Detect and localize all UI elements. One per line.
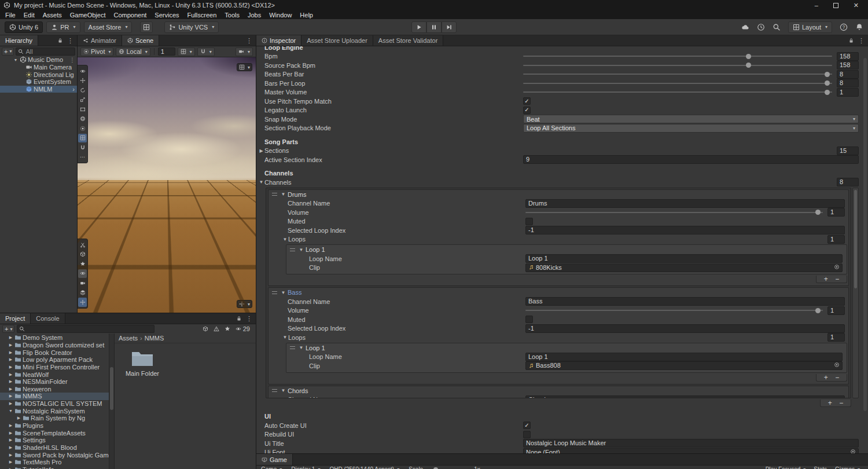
- loop-header[interactable]: ▼Loop 1: [286, 245, 845, 254]
- channels-scrollbar[interactable]: [852, 188, 859, 398]
- slider-thumb[interactable]: [815, 308, 821, 313]
- unity-version-badge[interactable]: Unity 6: [5, 21, 43, 33]
- hierarchy-item-directional-lig[interactable]: Directional Lig: [0, 71, 77, 78]
- handle-rotation-dropdown[interactable]: Local▾: [116, 47, 150, 56]
- loop-header[interactable]: ▼Loop 1: [286, 343, 845, 353]
- channel-header[interactable]: ▼Bass: [269, 288, 848, 297]
- search-icon[interactable]: [773, 23, 781, 31]
- foldout-arrow[interactable]: ▼: [280, 290, 286, 295]
- value-field[interactable]: 1: [827, 306, 845, 315]
- menu-services[interactable]: Services: [150, 12, 183, 19]
- overlay-eye-button[interactable]: [78, 269, 87, 279]
- foldout-arrow[interactable]: ▶: [8, 394, 13, 398]
- project-folder-plugins[interactable]: ▶Plugins: [0, 422, 109, 430]
- value-field[interactable]: 158: [837, 52, 859, 61]
- remove-element-button[interactable]: −: [839, 400, 843, 406]
- project-folder-nostalgic-rainsystem[interactable]: ▼Nostalgic RainSystem: [0, 407, 109, 415]
- value-field[interactable]: 8: [837, 79, 859, 87]
- project-search-input[interactable]: [17, 325, 155, 333]
- foldout-arrow[interactable]: ▶: [8, 357, 13, 362]
- project-folder-nmms[interactable]: ▶NMMS: [0, 393, 109, 400]
- dropdown-section-playback-mode[interactable]: Loop All Sections▾: [523, 124, 859, 133]
- field-loop-name[interactable]: Loop 1: [525, 353, 843, 361]
- help-icon[interactable]: ?: [840, 23, 848, 31]
- maximize-button[interactable]: [833, 3, 838, 8]
- drag-handle-icon[interactable]: [290, 248, 295, 251]
- slider-bars-per-loop[interactable]: [523, 83, 832, 84]
- project-folder-rain-system-by-ng[interactable]: ▶Rain System by Ng: [0, 415, 109, 422]
- channel-header[interactable]: ▼Chords: [269, 386, 848, 395]
- field-channel-name[interactable]: Drums: [525, 199, 845, 208]
- overlay-layers-button[interactable]: [78, 288, 87, 298]
- pause-button[interactable]: [426, 21, 442, 33]
- menu-tools[interactable]: Tools: [220, 12, 244, 19]
- foldout-arrow[interactable]: ▼: [298, 247, 304, 252]
- slider-source-pack-bpm[interactable]: [523, 65, 832, 66]
- foldout-arrow[interactable]: ▶: [8, 453, 13, 457]
- tool-pivot-button[interactable]: [78, 124, 87, 133]
- menu-window[interactable]: Window: [265, 12, 296, 19]
- project-folder-flip-book-creator[interactable]: ▶Flip Book Creator: [0, 349, 109, 356]
- project-folder-settings[interactable]: ▶Settings: [0, 437, 109, 444]
- foldout-arrow[interactable]: ▶: [8, 431, 13, 435]
- project-folder-nesmainfolder[interactable]: ▶NESMainFolder: [0, 378, 109, 386]
- clip-objectfield[interactable]: 808Kicks: [525, 263, 843, 272]
- field-active-section-index[interactable]: 9: [523, 155, 859, 164]
- panel-menu-icon[interactable]: ⋮: [65, 37, 75, 45]
- notifications-bell-icon[interactable]: [855, 23, 863, 31]
- project-folder-textmesh-pro[interactable]: ▶TextMesh Pro: [0, 459, 109, 466]
- menu-fullscreen[interactable]: Fullscreen: [183, 12, 221, 19]
- hierarchy-item-main-camera[interactable]: Main Camera: [0, 64, 77, 71]
- panel-menu-icon[interactable]: ⋮: [244, 315, 254, 323]
- value-field[interactable]: 1: [837, 88, 859, 97]
- hierarchy-item-nmlm[interactable]: NMLM›: [0, 86, 77, 93]
- foldout-arrow[interactable]: ▶: [8, 350, 13, 355]
- tab-asset-store-uploader[interactable]: Asset Store Uploader: [301, 35, 373, 46]
- slider-bpm[interactable]: [523, 56, 832, 57]
- alert-icon[interactable]: [214, 326, 219, 332]
- checkbox-auto-create-ui[interactable]: ✓: [523, 422, 531, 429]
- channel-header[interactable]: ▼Drums: [269, 190, 848, 199]
- menu-edit[interactable]: Edit: [20, 12, 39, 19]
- layout-dropdown[interactable]: Layout▾: [788, 21, 832, 33]
- tool-magnet-button[interactable]: [78, 143, 87, 152]
- array-size-field[interactable]: 15: [837, 146, 859, 155]
- checkbox-legato-launch[interactable]: ✓: [523, 107, 531, 114]
- pivot-dropdown[interactable]: Pivot▾: [80, 47, 113, 56]
- foldout-arrow[interactable]: ▶: [8, 365, 13, 369]
- tool-scale-button[interactable]: [78, 96, 87, 105]
- breadcrumb-folder[interactable]: NMMS: [145, 335, 164, 342]
- remove-element-button[interactable]: −: [835, 276, 839, 283]
- value-field[interactable]: 8: [837, 70, 859, 79]
- objectfield-ui-font[interactable]: None (Font): [523, 448, 859, 453]
- slider-volume[interactable]: [525, 212, 823, 213]
- tab-inspector[interactable]: Inspector: [256, 35, 301, 46]
- checkbox-rebuild-ui[interactable]: [523, 431, 531, 438]
- prefab-open-chevron-icon[interactable]: ›: [72, 86, 77, 93]
- step-button[interactable]: [442, 21, 457, 33]
- create-asset-button[interactable]: +▾: [2, 325, 14, 333]
- field-selected-loop-index[interactable]: -1: [525, 324, 845, 333]
- add-element-button[interactable]: +: [824, 276, 828, 283]
- add-element-button[interactable]: +: [824, 374, 828, 381]
- foldout-arrow[interactable]: ▼: [282, 335, 288, 340]
- cloud-services-icon[interactable]: [741, 23, 749, 31]
- menu-component[interactable]: Component: [109, 12, 150, 19]
- vcs-dropdown[interactable]: Unity VCS▾: [164, 21, 219, 33]
- grid-visibility-dropdown[interactable]: ▾: [178, 47, 195, 56]
- value-field[interactable]: 1: [827, 208, 845, 217]
- hierarchy-item-eventsystem[interactable]: EventSystem: [0, 78, 77, 86]
- overlay-star-button[interactable]: [78, 259, 87, 269]
- slider-thumb[interactable]: [815, 210, 821, 215]
- tab-animator[interactable]: Animator: [78, 35, 122, 46]
- display-dropdown[interactable]: Display 1▾: [291, 466, 320, 469]
- tab-game[interactable]: Game: [256, 454, 293, 465]
- foldout-arrow[interactable]: ▼: [280, 192, 286, 197]
- project-folder-low-poly-aparment-pack[interactable]: ▶Low poly Aparment Pack: [0, 356, 109, 364]
- project-folder-neatwolf[interactable]: ▶NeatWolf: [0, 371, 109, 378]
- drag-handle-icon[interactable]: [272, 389, 277, 392]
- foldout-arrow[interactable]: ▶: [8, 423, 13, 428]
- play-button[interactable]: [411, 21, 426, 33]
- slider-thumb[interactable]: [825, 72, 830, 77]
- scene-camera-dropdown[interactable]: ▾: [236, 47, 253, 56]
